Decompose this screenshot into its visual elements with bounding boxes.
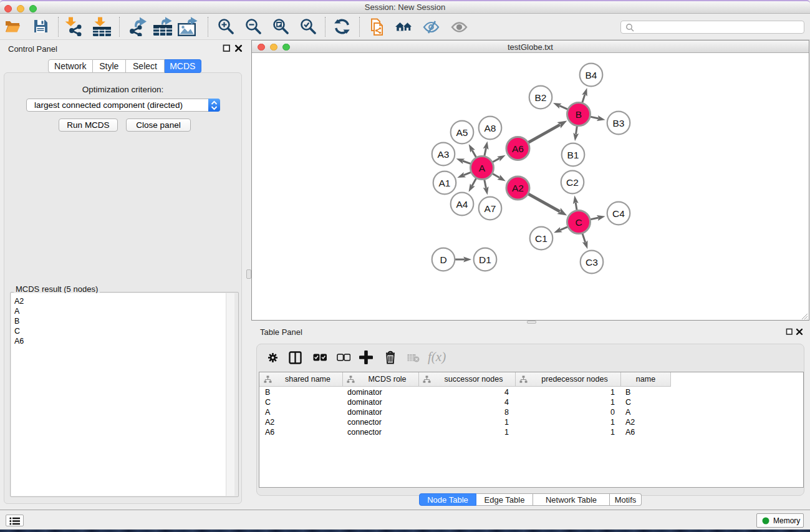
- svg-text:A5: A5: [456, 127, 468, 138]
- svg-text:B2: B2: [535, 92, 547, 103]
- svg-text:A6: A6: [512, 143, 524, 154]
- svg-text:C1: C1: [535, 233, 547, 244]
- svg-text:B4: B4: [586, 70, 597, 80]
- svg-text:D: D: [440, 254, 446, 265]
- svg-text:C4: C4: [612, 208, 625, 219]
- svg-text:A3: A3: [438, 149, 450, 160]
- svg-text:A1: A1: [439, 178, 451, 188]
- svg-text:B3: B3: [613, 118, 625, 128]
- svg-text:A8: A8: [485, 123, 496, 133]
- svg-text:C3: C3: [586, 257, 598, 268]
- svg-text:C2: C2: [566, 177, 579, 188]
- svg-text:A2: A2: [512, 183, 524, 193]
- svg-text:B: B: [576, 109, 582, 120]
- svg-text:A: A: [479, 163, 486, 173]
- svg-text:A4: A4: [456, 199, 468, 210]
- svg-text:D1: D1: [479, 254, 491, 265]
- svg-text:C: C: [575, 217, 582, 228]
- svg-text:B1: B1: [567, 150, 579, 160]
- svg-text:A7: A7: [485, 203, 496, 214]
